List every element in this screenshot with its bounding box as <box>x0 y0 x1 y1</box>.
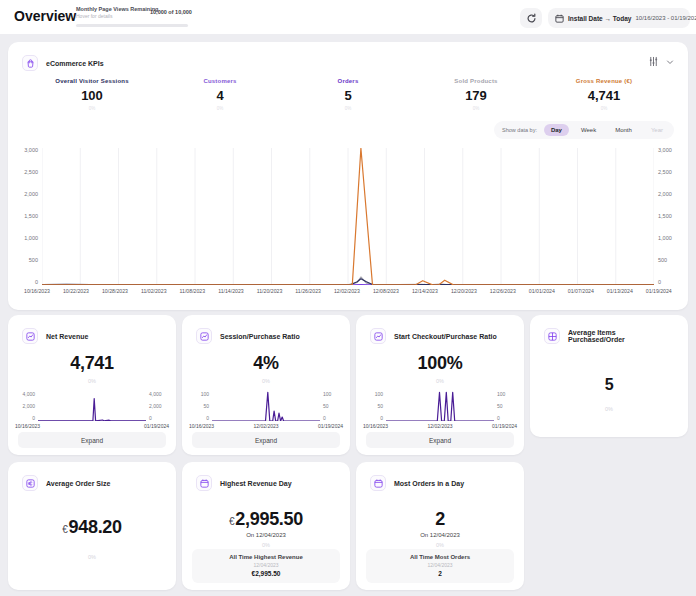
kpi-value: 100 <box>28 88 156 103</box>
granularity-week-button[interactable]: Week <box>574 124 603 136</box>
mini-yaxis-left: 100500 <box>360 391 386 421</box>
date-range-picker[interactable]: Install Date → Today 10/16/2023 - 01/19/… <box>548 8 690 28</box>
granularity-month-button[interactable]: Month <box>608 124 639 136</box>
mini-yaxis-right: 100500 <box>320 391 346 421</box>
mini-yaxis-right: 100500 <box>494 391 520 421</box>
most-orders-delta: 0% <box>356 542 524 548</box>
session-ratio-value: 4% <box>182 353 350 374</box>
date-range-value: 10/16/2023 - 01/19/2024 <box>635 15 696 21</box>
monthly-views-progress-bar <box>76 24 188 27</box>
kpi-card-title: eCommerce KPIs <box>46 60 104 67</box>
start-checkout-purchase-ratio-card: Start Checkout/Purchase Ratio 100% 0% 10… <box>356 315 524 455</box>
alltime-value: €2,995.50 <box>196 570 336 577</box>
kpi-overall-visitor-sessions[interactable]: Overall Visitor Sessions 100 0% <box>28 78 156 111</box>
net-revenue-value: 4,741 <box>8 353 176 374</box>
granularity-day-button[interactable]: Day <box>544 124 569 136</box>
highest-revenue-day-card: Highest Revenue Day €2,995.50 On 12/04/2… <box>182 462 350 590</box>
most-orders-date: On 12/04/2023 <box>356 532 524 538</box>
alltime-label: All Time Highest Revenue <box>196 554 336 560</box>
highest-revenue-value: €2,995.50 <box>182 509 350 530</box>
highest-revenue-date: On 12/04/2023 <box>182 532 350 538</box>
avg-items-delta: 0% <box>530 406 688 412</box>
shopping-bag-icon <box>22 55 38 71</box>
session-ratio-delta: 0% <box>182 378 350 384</box>
alltime-date: 12/04/2023 <box>196 562 336 568</box>
chart-icon <box>196 328 212 344</box>
main-chart-yaxis-right: 3,0002,5002,0001,5001,0005000 <box>654 148 682 285</box>
main-kpi-chart: 3,0002,5002,0001,5001,0005000 3,0002,500… <box>14 148 682 285</box>
card-title: Net Revenue <box>46 333 88 340</box>
kpi-delta: 0% <box>156 106 284 111</box>
kpi-label: Sold Products <box>412 78 540 84</box>
refresh-button[interactable] <box>520 8 542 28</box>
collapse-chevron-icon[interactable] <box>666 58 674 66</box>
kpi-delta: 0% <box>540 106 668 111</box>
main-chart-xaxis: 10/16/202310/22/202310/28/202311/02/2023… <box>24 288 672 294</box>
checkout-ratio-mini-chart[interactable] <box>386 391 494 421</box>
mini-xaxis: 10/16/202312/02/202301/19/2024 <box>182 421 350 429</box>
card-title: Session/Purchase Ratio <box>220 333 300 340</box>
kpi-value: 4 <box>156 88 284 103</box>
avg-order-value: €948.20 <box>8 517 176 538</box>
grid-icon <box>544 328 560 344</box>
alltime-label: All Time Most Orders <box>370 554 510 560</box>
kpi-delta: 0% <box>28 106 156 111</box>
mini-yaxis-right: 4,0002,0000 <box>146 391 172 421</box>
card-title: Highest Revenue Day <box>220 480 292 487</box>
currency-symbol: € <box>229 516 234 527</box>
coin-icon <box>22 475 38 491</box>
main-chart-yaxis-left: 3,0002,5002,0001,5001,0005000 <box>14 148 42 285</box>
overview-page: Overview Monthly Page Views Remaining Ho… <box>0 0 696 596</box>
session-purchase-ratio-card: Session/Purchase Ratio 4% 0% 100500 1005… <box>182 315 350 455</box>
kpi-label: Customers <box>156 78 284 84</box>
kpi-value: 5 <box>284 88 412 103</box>
kpi-orders[interactable]: Orders 5 0% <box>284 78 412 111</box>
kpi-delta: 0% <box>412 106 540 111</box>
columns-settings-icon[interactable] <box>648 56 659 67</box>
kpi-value: 4,741 <box>540 88 668 103</box>
session-ratio-mini-chart[interactable] <box>212 391 320 421</box>
net-revenue-card: Net Revenue 4,741 0% 4,0002,0000 4,0002,… <box>8 315 176 455</box>
calendar-icon <box>555 14 564 23</box>
kpi-sold-products[interactable]: Sold Products 179 0% <box>412 78 540 111</box>
show-data-by-label: Show data by: <box>502 127 537 133</box>
calendar-star-icon <box>196 475 212 491</box>
highest-revenue-delta: 0% <box>182 542 350 548</box>
net-revenue-delta: 0% <box>8 378 176 384</box>
net-revenue-mini-chart[interactable] <box>38 391 146 421</box>
alltime-date: 12/04/2023 <box>370 562 510 568</box>
expand-button[interactable]: Expand <box>18 432 166 448</box>
expand-button[interactable]: Expand <box>366 432 514 448</box>
alltime-highest-revenue: All Time Highest Revenue 12/04/2023 €2,9… <box>192 549 340 583</box>
mini-xaxis: 10/16/202312/02/202301/19/2024 <box>356 421 524 429</box>
most-orders-card: Most Orders in a Day 2 On 12/04/2023 0% … <box>356 462 524 590</box>
kpi-delta: 0% <box>284 106 412 111</box>
kpi-gross-revenue[interactable]: Gross Revenue (€) 4,741 0% <box>540 78 668 111</box>
chart-icon <box>22 328 38 344</box>
avg-items-value: 5 <box>530 376 688 394</box>
checkout-ratio-value: 100% <box>356 353 524 374</box>
average-items-card: Average Items Purchased/Order 5 0% <box>530 315 688 437</box>
kpi-label: Orders <box>284 78 412 84</box>
expand-button[interactable]: Expand <box>192 432 340 448</box>
monthly-views-value: 10,000 of 10,000 <box>150 9 196 15</box>
card-title: Start Checkout/Purchase Ratio <box>394 333 497 340</box>
calendar-check-icon <box>370 475 386 491</box>
card-title: Most Orders in a Day <box>394 480 464 487</box>
most-orders-value: 2 <box>356 509 524 530</box>
main-chart-plot[interactable] <box>42 148 654 285</box>
mini-yaxis-left: 100500 <box>186 391 212 421</box>
avg-order-delta: 0% <box>8 554 176 560</box>
kpi-row: Overall Visitor Sessions 100 0% Customer… <box>28 78 668 111</box>
mini-yaxis-left: 4,0002,0000 <box>12 391 38 421</box>
show-data-by-group: Show data by: Day Week Month Year <box>494 121 674 139</box>
monthly-page-views[interactable]: Monthly Page Views Remaining Hover for d… <box>76 6 191 19</box>
refresh-icon <box>526 13 537 24</box>
card-title: Average Order Size <box>46 480 110 487</box>
chart-icon <box>370 328 386 344</box>
kpi-label: Gross Revenue (€) <box>540 78 668 84</box>
currency-symbol: € <box>62 524 67 535</box>
kpi-customers[interactable]: Customers 4 0% <box>156 78 284 111</box>
granularity-year-button[interactable]: Year <box>644 124 670 136</box>
checkout-ratio-delta: 0% <box>356 378 524 384</box>
